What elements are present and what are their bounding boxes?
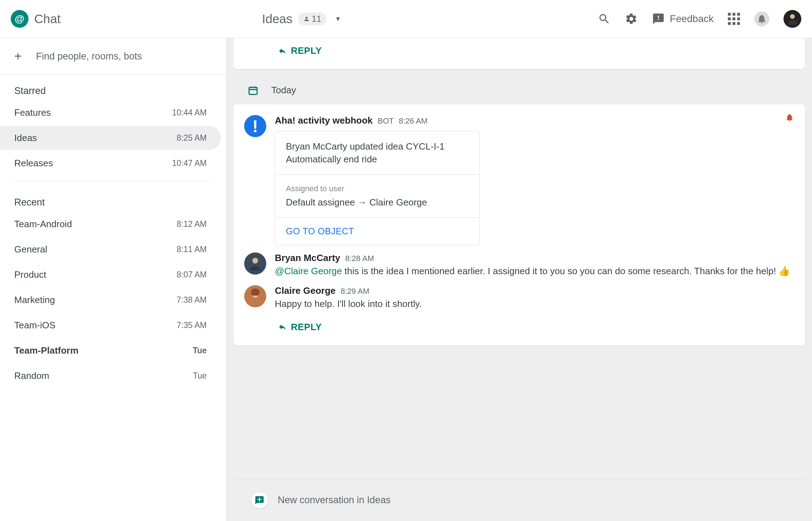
feedback-icon [652, 12, 665, 25]
date-divider: Today [226, 76, 812, 104]
reply-label: REPLY [291, 322, 322, 333]
user-avatar-claire [244, 285, 266, 307]
sidebar-item-time: Tue [193, 346, 207, 355]
message-time: 8:26 AM [399, 116, 428, 126]
chat-logo-icon: @ [11, 10, 29, 28]
svg-rect-1 [249, 87, 257, 94]
composer[interactable]: New conversation in Ideas [233, 479, 805, 521]
sidebar-item-label: Team-Platform [14, 345, 78, 356]
apps-icon[interactable] [728, 13, 740, 25]
gear-icon[interactable] [625, 12, 638, 25]
sidebar-item-time: 8:07 AM [177, 270, 207, 280]
message-body: Aha! activity webhook BOT 8:26 AM Bryan … [275, 115, 794, 245]
sidebar-item-random[interactable]: Random Tue [0, 364, 221, 388]
sidebar-item-time: 8:25 AM [177, 133, 207, 143]
sidebar-item-releases[interactable]: Releases 10:47 AM [0, 151, 221, 175]
sidebar-item-label: Features [14, 107, 51, 118]
sidebar-item-general[interactable]: General 8:11 AM [0, 238, 221, 261]
app-name: Chat [34, 12, 61, 26]
sidebar-item-label: Ideas [14, 132, 37, 144]
sidebar-item-label: Team-Android [14, 219, 72, 230]
message-header: Aha! activity webhook BOT 8:26 AM [275, 115, 794, 126]
message-time: 8:28 AM [345, 254, 374, 263]
sidebar-item-time: 10:47 AM [172, 158, 207, 168]
card-description: Bryan McCarty updated idea CYCL-I-1 Auto… [275, 131, 479, 174]
message-webhook: ! Aha! activity webhook BOT 8:26 AM Brya… [244, 115, 794, 245]
member-count: 11 [312, 14, 322, 24]
sidebar-item-team-android[interactable]: Team-Android 8:12 AM [0, 212, 221, 236]
notification-bell-icon[interactable] [785, 113, 794, 122]
message-text: Happy to help. I'll look into it shortly… [275, 297, 794, 311]
sidebar-item-time: 7:38 AM [177, 295, 207, 305]
separator [14, 181, 212, 181]
plus-icon[interactable]: + [14, 49, 22, 64]
date-text: Today [271, 85, 296, 96]
member-count-pill[interactable]: 11 [298, 12, 327, 25]
sidebar-item-features[interactable]: Features 10:44 AM [0, 101, 221, 125]
message-body: Bryan McCarty 8:28 AM @Claire George thi… [275, 252, 794, 278]
find-placeholder: Find people, rooms, bots [36, 51, 142, 62]
sidebar-item-time: 8:12 AM [177, 219, 207, 229]
composer-placeholder: New conversation in Ideas [278, 495, 391, 506]
main-conversation: REPLY Today ! Aha! activity webhook BOT … [226, 38, 812, 521]
reply-button[interactable]: REPLY [244, 42, 794, 59]
reply-button[interactable]: REPLY [244, 311, 794, 335]
message-sender: Bryan McCarty [275, 252, 340, 264]
starred-header: Starred [0, 75, 226, 100]
sidebar-item-label: Random [14, 370, 49, 381]
sidebar-item-label: Product [14, 269, 46, 280]
person-icon [303, 16, 310, 22]
chevron-down-icon[interactable]: ▼ [335, 15, 341, 23]
svg-point-0 [790, 14, 795, 19]
message-bryan: Bryan McCarty 8:28 AM @Claire George thi… [244, 252, 794, 278]
message-sender: Aha! activity webhook [275, 115, 373, 126]
card-action-row: GO TO OBJECT [275, 217, 479, 245]
sidebar-item-team-ios[interactable]: Team-iOS 7:35 AM [0, 313, 221, 337]
sidebar-item-marketing[interactable]: Marketing 7:38 AM [0, 288, 221, 312]
message-claire: Claire George 8:29 AM Happy to help. I'l… [244, 285, 794, 311]
feedback-button[interactable]: Feedback [652, 12, 714, 25]
sidebar-item-time: 10:44 AM [172, 108, 207, 118]
header-actions: Feedback [598, 10, 801, 28]
assigned-label: Assigned to user [286, 183, 469, 194]
card-assignment: Assigned to user Default assignee → Clai… [275, 174, 479, 217]
sidebar-item-product[interactable]: Product 8:07 AM [0, 263, 221, 287]
user-avatar[interactable] [783, 10, 801, 28]
sidebar-item-label: Releases [14, 158, 53, 169]
sidebar-item-team-platform[interactable]: Team-Platform Tue [0, 339, 221, 363]
find-row[interactable]: + Find people, rooms, bots [0, 38, 226, 75]
message-header: Bryan McCarty 8:28 AM [275, 252, 794, 264]
calendar-icon [248, 85, 258, 96]
thread-card: ! Aha! activity webhook BOT 8:26 AM Brya… [233, 104, 805, 345]
room-header: Ideas 11 ▼ [262, 12, 341, 26]
webhook-card: Bryan McCarty updated idea CYCL-I-1 Auto… [275, 131, 480, 245]
mention[interactable]: @Claire George [275, 266, 342, 276]
sidebar-item-label: Team-iOS [14, 320, 56, 331]
reply-icon [278, 47, 287, 55]
new-conversation-icon[interactable] [251, 492, 268, 509]
bot-tag: BOT [378, 116, 394, 126]
sidebar: + Find people, rooms, bots Starred Featu… [0, 38, 226, 521]
user-avatar-bryan [244, 252, 266, 275]
sidebar-item-ideas[interactable]: Ideas 8:25 AM [0, 126, 221, 150]
message-time: 8:29 AM [341, 287, 370, 296]
feedback-label: Feedback [670, 13, 714, 25]
content: + Find people, rooms, bots Starred Featu… [0, 38, 812, 521]
reply-icon [278, 323, 287, 331]
sidebar-item-time: 8:11 AM [177, 245, 207, 254]
search-icon[interactable] [598, 12, 611, 25]
assigned-value: Default assignee → Claire George [286, 196, 469, 209]
message-text-body: this is the idea I mentioned earlier. I … [342, 266, 790, 276]
go-to-object-link[interactable]: GO TO OBJECT [286, 226, 354, 236]
recent-header: Recent [0, 186, 226, 212]
message-body: Claire George 8:29 AM Happy to help. I'l… [275, 285, 794, 311]
message-text: @Claire George this is the idea I mentio… [275, 264, 794, 278]
webhook-avatar-icon: ! [244, 115, 266, 137]
card-line2: Automatically end ride [286, 153, 469, 166]
app-header: @ Chat Ideas 11 ▼ Feedback [0, 0, 812, 38]
svg-point-5 [252, 258, 258, 264]
sidebar-item-time: Tue [193, 371, 207, 381]
logo-area: @ Chat [11, 10, 61, 28]
room-title: Ideas [262, 12, 293, 26]
bell-icon[interactable] [754, 11, 769, 26]
